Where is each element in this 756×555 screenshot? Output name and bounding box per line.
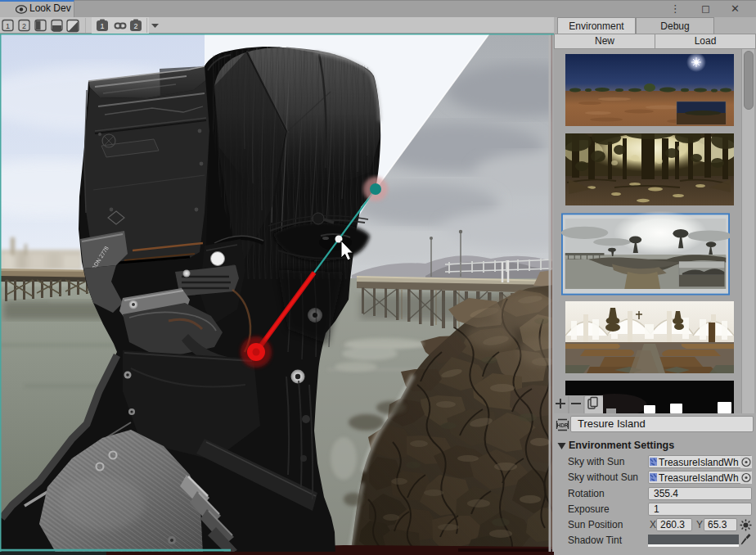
svg-text:HDR: HDR — [556, 422, 568, 428]
svg-text:1: 1 — [6, 22, 10, 30]
svg-text:2: 2 — [22, 22, 26, 30]
svg-text:2: 2 — [133, 22, 137, 30]
svg-text:TreasureIslandWh: TreasureIslandWh — [659, 457, 739, 468]
svg-text:TreasureIslandWh: TreasureIslandWh — [659, 472, 739, 484]
svg-text:1: 1 — [100, 22, 104, 30]
